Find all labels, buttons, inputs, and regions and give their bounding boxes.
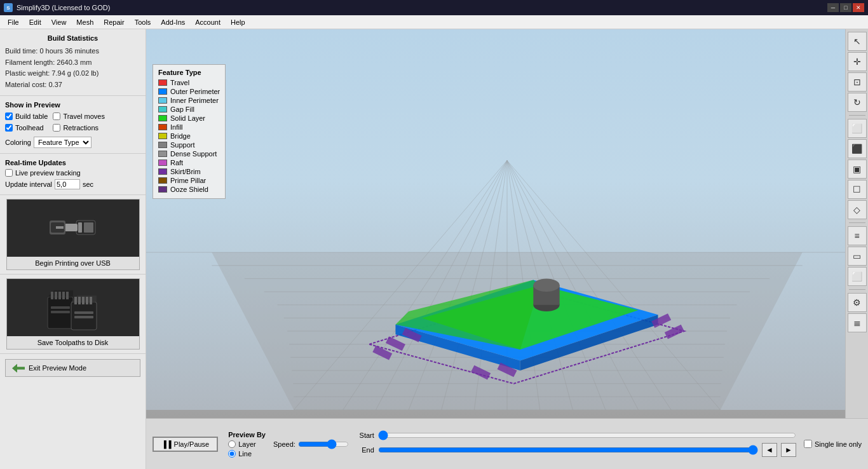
legend-color-swatch <box>158 133 167 139</box>
preview-by-label: Preview By <box>228 431 266 438</box>
legend-item-support: Support <box>158 141 220 149</box>
close-button[interactable]: ✕ <box>853 3 864 12</box>
start-slider[interactable] <box>378 432 796 439</box>
maximize-button[interactable]: □ <box>840 3 851 12</box>
legend-item-label: Infill <box>170 123 183 131</box>
sdcard-icon-svg <box>44 284 102 332</box>
update-interval-input[interactable] <box>55 179 80 189</box>
menubar-item-help[interactable]: Help <box>226 17 250 27</box>
usb-print-section: Begin Printing over USB <box>0 195 146 275</box>
sdcard-print-button[interactable]: Save Toolpaths to Disk <box>6 278 140 350</box>
exit-preview-label: Exit Preview Mode <box>29 364 86 372</box>
front-view-button[interactable]: ⬛ <box>848 139 867 158</box>
update-interval-row: Update interval sec <box>5 179 140 189</box>
legend-item-label: Ooze Shield <box>170 186 208 193</box>
exit-preview-button[interactable]: Exit Preview Mode <box>5 359 140 377</box>
perspective-button[interactable]: ⬜ <box>848 119 867 138</box>
coloring-select[interactable]: Feature Type <box>34 137 92 148</box>
3d-viewport[interactable]: Preview Mode <box>146 29 868 418</box>
svg-rect-17 <box>74 297 77 304</box>
filament-length: Filament length: 2640.3 mm <box>5 57 140 69</box>
show-in-preview-title: Show in Preview <box>5 101 140 109</box>
line-radio[interactable] <box>228 450 236 458</box>
toolhead-checkbox-row: Toolhead <box>5 124 48 132</box>
svg-rect-18 <box>78 297 81 304</box>
rotate-tool-button[interactable]: ↻ <box>848 93 867 112</box>
flat-view-button[interactable]: ▭ <box>848 247 867 266</box>
iso-view-button[interactable]: ◇ <box>848 200 867 219</box>
show-in-preview-section: Show in Preview Build table Toolhead <box>0 96 146 154</box>
sdcard-image <box>7 279 139 336</box>
travel-moves-checkbox[interactable] <box>53 112 60 120</box>
left-panel: Build Statistics Build time: 0 hours 36 … <box>0 29 146 469</box>
titlebar-left: S Simplify3D (Licensed to GOD) <box>4 3 110 12</box>
usb-print-button[interactable]: Begin Printing over USB <box>6 199 140 270</box>
legend-item-label: Inner Perimeter <box>170 97 219 104</box>
box-view-button[interactable]: ⬜ <box>848 267 867 286</box>
zoom-tool-button[interactable]: ⊡ <box>848 72 867 92</box>
single-line-label: Single line only <box>815 440 862 448</box>
sdcard-btn-label: Save Toolpaths to Disk <box>7 336 139 349</box>
settings-button[interactable]: ⚙ <box>848 293 867 312</box>
menubar-item-mesh[interactable]: Mesh <box>71 17 98 27</box>
main-layout: Build Statistics Build time: 0 hours 36 … <box>0 29 868 469</box>
coloring-row: Coloring Feature Type <box>5 137 140 148</box>
legend-color-swatch <box>158 151 167 157</box>
menubar-item-repair[interactable]: Repair <box>98 17 129 27</box>
play-pause-button[interactable]: ▐▐ Play/Pause <box>153 437 218 452</box>
live-tracking-checkbox[interactable] <box>5 169 13 177</box>
build-table-checkbox[interactable] <box>5 112 13 120</box>
realtime-updates-title: Real-time Updates <box>5 159 140 167</box>
svg-rect-20 <box>86 297 88 304</box>
svg-rect-10 <box>58 292 61 299</box>
menubar-item-file[interactable]: File <box>3 17 24 27</box>
svg-rect-21 <box>90 297 92 304</box>
svg-point-60 <box>533 278 559 292</box>
svg-rect-22 <box>74 311 93 314</box>
toolhead-checkbox[interactable] <box>5 124 13 132</box>
legend-color-swatch <box>158 177 167 184</box>
speed-slider[interactable] <box>298 440 349 448</box>
menubar-item-view[interactable]: View <box>46 17 72 27</box>
toolbar-separator-1 <box>849 115 865 116</box>
feature-legend: Feature Type TravelOuter PerimeterInner … <box>153 64 226 199</box>
legend-item-dense-support: Dense Support <box>158 150 220 158</box>
build-table-checkbox-row: Build table <box>5 112 48 120</box>
legend-item-infill: Infill <box>158 123 220 131</box>
menubar-item-add-ins[interactable]: Add-Ins <box>156 17 190 27</box>
single-line-checkbox[interactable] <box>804 440 812 448</box>
layer-radio[interactable] <box>228 440 236 448</box>
next-frame-button[interactable]: ► <box>781 443 796 457</box>
layer-radio-label: Layer <box>238 440 256 448</box>
retractions-label: Retractions <box>63 124 98 132</box>
legend-item-label: Prime Pillar <box>170 177 206 184</box>
minimize-button[interactable]: ─ <box>827 3 839 12</box>
menubar-item-edit[interactable]: Edit <box>24 17 46 27</box>
side-view-button[interactable]: ▣ <box>848 160 867 179</box>
layer-radio-row: Layer <box>228 440 266 448</box>
end-slider-row: End ◄ ► <box>356 443 796 457</box>
travel-moves-label: Travel moves <box>63 112 105 120</box>
menubar-item-tools[interactable]: Tools <box>130 17 156 27</box>
layers-button[interactable]: ≣ <box>848 313 867 332</box>
svg-rect-8 <box>51 292 53 299</box>
start-slider-row: Start <box>356 432 796 439</box>
realtime-updates-section: Real-time Updates Live preview tracking … <box>0 154 146 195</box>
end-slider[interactable] <box>378 446 758 454</box>
legend-color-swatch <box>158 186 167 193</box>
menubar-item-account[interactable]: Account <box>190 17 226 27</box>
cursor-tool-button[interactable]: ↖ <box>848 32 867 51</box>
retractions-checkbox[interactable] <box>53 124 60 132</box>
live-tracking-label: Live preview tracking <box>15 169 81 177</box>
speed-section: Speed: <box>273 440 349 448</box>
legend-item-label: Dense Support <box>170 150 217 158</box>
live-tracking-row: Live preview tracking <box>5 169 140 177</box>
top-view-button[interactable]: ☐ <box>848 180 867 199</box>
app-title: Simplify3D (Licensed to GOD) <box>17 4 110 11</box>
bottom-controls: ▐▐ Play/Pause Preview By Layer Line Spee… <box>146 418 868 469</box>
sec-label: sec <box>83 180 93 188</box>
prev-frame-button[interactable]: ◄ <box>762 443 777 457</box>
move-tool-button[interactable]: ✛ <box>848 52 867 71</box>
layer-view-button[interactable]: ≡ <box>848 226 867 245</box>
toolbar-separator-3 <box>849 289 865 290</box>
